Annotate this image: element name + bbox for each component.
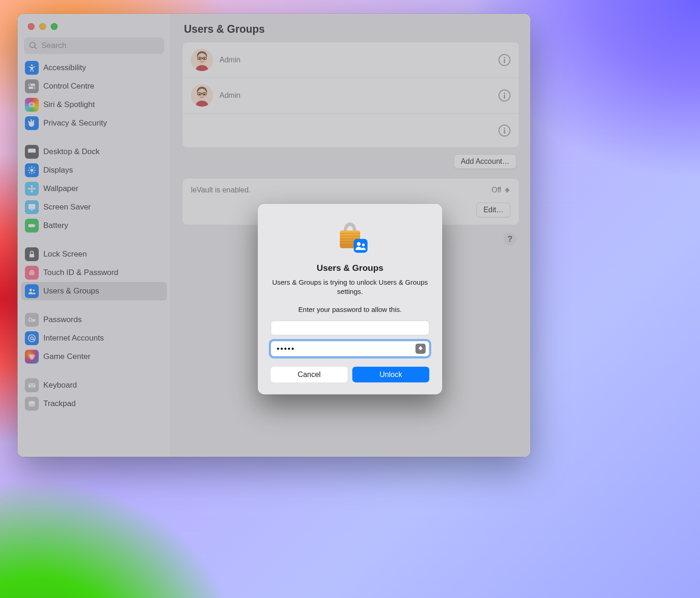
cancel-button[interactable]: Cancel (271, 366, 348, 382)
lock-users-icon (332, 218, 368, 255)
username-field[interactable] (271, 320, 429, 335)
dialog-message: Users & Groups is trying to unlock Users… (271, 278, 429, 297)
password-field[interactable] (271, 341, 429, 356)
unlock-dialog: Users & Groups Users & Groups is trying … (258, 204, 442, 395)
svg-point-28 (357, 242, 361, 246)
svg-point-29 (362, 244, 365, 246)
svg-rect-27 (354, 239, 368, 253)
desktop-background: AccessibilityControl CentreSiri & Spotli… (0, 0, 700, 598)
dialog-title: Users & Groups (317, 263, 384, 273)
dialog-instruction: Enter your password to allow this. (298, 305, 402, 314)
caps-lock-icon (415, 343, 426, 353)
unlock-button[interactable]: Unlock (352, 366, 429, 382)
